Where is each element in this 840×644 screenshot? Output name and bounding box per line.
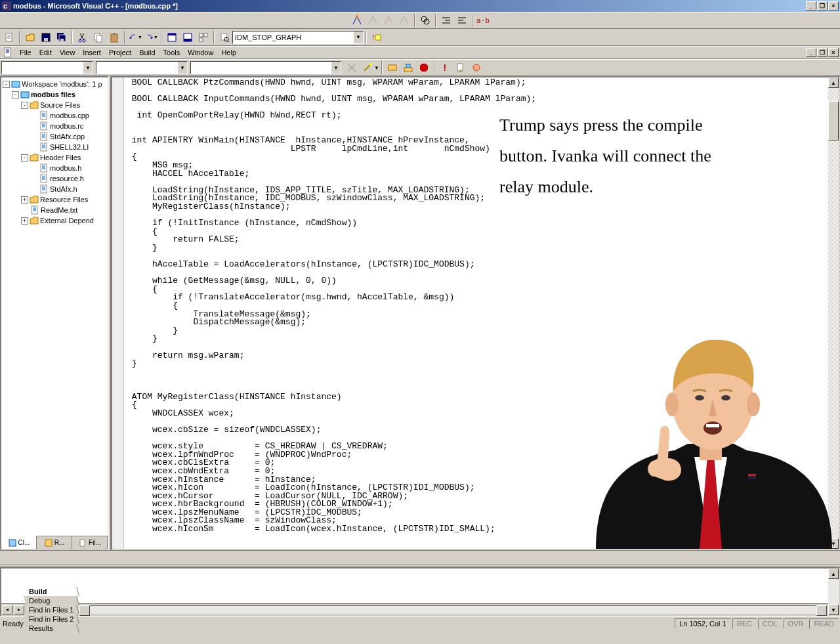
- menu-file[interactable]: File: [16, 47, 35, 58]
- svg-rect-31: [204, 33, 207, 37]
- new-text-icon[interactable]: [2, 30, 16, 45]
- find-in-files-icon[interactable]: [217, 30, 232, 45]
- output-tab-debug[interactable]: Debug: [24, 596, 79, 605]
- menu-insert[interactable]: Insert: [79, 47, 105, 58]
- menu-build[interactable]: Build: [135, 47, 159, 58]
- output-scroll-down[interactable]: ▼: [828, 605, 839, 615]
- wizard-btn-1[interactable]: [350, 13, 364, 28]
- output-tab-results[interactable]: Results: [24, 624, 79, 633]
- file-node[interactable]: SHELL32.LI: [3, 142, 106, 152]
- file-node[interactable]: ReadMe.txt: [3, 205, 106, 215]
- compile-icon[interactable]: [385, 60, 400, 75]
- file-node[interactable]: StdAfx.h: [3, 184, 106, 194]
- status-flag-ovr: OVR: [784, 618, 808, 629]
- svg-text:c: c: [3, 2, 7, 10]
- status-flag-read: READ: [809, 618, 839, 629]
- indent-left-icon[interactable]: [439, 13, 453, 28]
- wizard-btn-4[interactable]: [397, 13, 411, 28]
- find-icon[interactable]: [418, 13, 432, 28]
- mdi-minimize-button[interactable]: _: [806, 48, 816, 57]
- copy-icon[interactable]: [91, 30, 106, 45]
- save-icon[interactable]: [39, 30, 53, 45]
- svg-line-35: [228, 41, 229, 42]
- breakpoint-icon[interactable]: [469, 60, 484, 75]
- workspace-tab[interactable]: R...: [37, 536, 72, 549]
- filter-combo[interactable]: ▼: [96, 61, 188, 74]
- cut-icon[interactable]: [75, 30, 90, 45]
- output-text[interactable]: [1, 569, 828, 603]
- save-all-icon[interactable]: [54, 30, 69, 45]
- menu-view[interactable]: View: [56, 47, 79, 58]
- workspace-root[interactable]: -Workspace 'modbus': 1 p: [3, 79, 106, 89]
- file-node[interactable]: resource.h: [3, 173, 106, 184]
- close-button[interactable]: ×: [828, 1, 839, 11]
- workspace-window-icon[interactable]: [165, 30, 179, 45]
- output-hscrollbar[interactable]: [79, 605, 827, 614]
- expand-icon[interactable]: -: [3, 81, 10, 88]
- redo-icon[interactable]: ▼: [144, 30, 158, 45]
- indent-right-icon[interactable]: [455, 13, 469, 28]
- svg-rect-96: [748, 474, 756, 476]
- mdi-restore-button[interactable]: ❐: [817, 48, 828, 57]
- output-tab-prev[interactable]: ◂: [2, 605, 12, 614]
- undo-icon[interactable]: ▼: [128, 30, 142, 45]
- wizard-btn-2[interactable]: [366, 13, 380, 28]
- minimize-button[interactable]: _: [806, 1, 816, 11]
- scroll-up-button[interactable]: ▲: [828, 77, 839, 88]
- file-node[interactable]: modbus.h: [3, 163, 106, 173]
- file-node[interactable]: StdAfx.cpp: [3, 131, 106, 142]
- go-icon[interactable]: [453, 60, 468, 75]
- output-tab-find-in-files-1[interactable]: Find in Files 1: [24, 605, 79, 614]
- svg-rect-84: [9, 540, 16, 546]
- ab-icon[interactable]: a·b: [476, 13, 490, 28]
- members-combo[interactable]: ▼: [190, 61, 341, 74]
- workspace-tab[interactable]: Fil...: [72, 536, 108, 549]
- dropdown-arrow-icon[interactable]: ▼: [353, 32, 363, 43]
- window-list-icon[interactable]: [196, 30, 211, 45]
- find-combo[interactable]: IDM_STOP_GRAPH ▼: [232, 31, 364, 44]
- output-window-icon[interactable]: [180, 30, 195, 45]
- document-icon: [3, 47, 13, 58]
- output-tab-next[interactable]: ▸: [14, 605, 24, 614]
- wizard-btn-3[interactable]: [381, 13, 396, 28]
- file-node[interactable]: modbus.rc: [3, 121, 106, 131]
- open-icon[interactable]: [23, 30, 37, 45]
- menu-tools[interactable]: Tools: [159, 47, 184, 58]
- svg-rect-76: [41, 185, 47, 193]
- wizard-toolbar: a·b: [0, 12, 840, 29]
- wiz-wand-icon[interactable]: [360, 60, 375, 75]
- paste-icon[interactable]: [107, 30, 121, 45]
- svg-rect-45: [404, 68, 412, 72]
- workspace-tab[interactable]: Cl...: [1, 536, 37, 549]
- restore-button[interactable]: ❐: [817, 1, 828, 11]
- stop-build-icon[interactable]: [417, 60, 431, 75]
- exclaim-icon[interactable]: !: [438, 60, 452, 75]
- file-node[interactable]: modbus.cpp: [3, 110, 106, 121]
- output-tab-build[interactable]: Build: [24, 587, 79, 596]
- mdi-close-button[interactable]: ×: [828, 48, 839, 57]
- folder-node[interactable]: -Header Files: [3, 152, 106, 163]
- output-tab-find-in-files-2[interactable]: Find in Files 2: [24, 614, 79, 624]
- project-node[interactable]: -modbus files: [3, 89, 106, 100]
- scroll-thumb[interactable]: [828, 101, 839, 140]
- output-scroll-up[interactable]: ▲: [828, 569, 839, 579]
- folder-node[interactable]: -Source Files: [3, 100, 106, 110]
- menu-project[interactable]: Project: [105, 47, 135, 58]
- folder-node[interactable]: +External Depend: [3, 215, 106, 226]
- class-combo[interactable]: ▼: [1, 61, 93, 74]
- svg-point-43: [369, 63, 372, 66]
- svg-rect-48: [457, 64, 463, 71]
- output-vscrollbar[interactable]: ▲ ▼: [828, 569, 839, 615]
- code-editor[interactable]: BOOL CALLBACK PtzCommands(HWND hwnd, UIN…: [111, 76, 840, 550]
- folder-node[interactable]: +Resource Files: [3, 194, 106, 205]
- execute-icon[interactable]: !: [369, 30, 384, 45]
- menu-edit[interactable]: Edit: [35, 47, 56, 58]
- person-figure: [583, 306, 839, 549]
- menu-window[interactable]: Window: [184, 47, 217, 58]
- svg-rect-33: [221, 33, 226, 40]
- menu-help[interactable]: Help: [217, 47, 240, 58]
- svg-rect-16: [44, 38, 48, 41]
- build-icon[interactable]: [401, 60, 415, 75]
- wiz-action-icon[interactable]: [345, 60, 359, 75]
- meme-caption: Trump says press the compile button. Iva…: [499, 110, 742, 202]
